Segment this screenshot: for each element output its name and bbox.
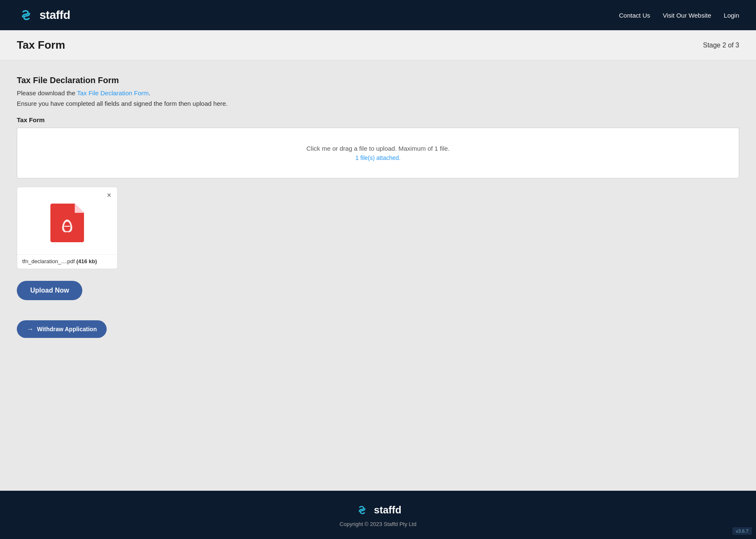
file-remove-button[interactable]: ×	[105, 191, 113, 200]
stage-label: Stage 2 of 3	[703, 42, 739, 49]
description-text: Please download the Tax File Declaration…	[17, 89, 739, 97]
description-prefix: Please download the	[17, 89, 77, 97]
dropzone-attached: 1 file(s) attached.	[26, 154, 730, 161]
upload-now-button[interactable]: Upload Now	[17, 281, 82, 300]
file-name: tfn_declaration_....pdf	[22, 258, 75, 264]
section-title: Tax File Declaration Form	[17, 76, 739, 85]
file-size: (416 kb)	[76, 258, 97, 264]
svg-point-1	[354, 502, 370, 518]
logo-text: staffd	[39, 8, 70, 22]
main-content: Tax File Declaration Form Please downloa…	[0, 60, 756, 491]
description-suffix: .	[149, 89, 150, 97]
footer-logo: staffd	[17, 502, 739, 518]
staffd-logo-icon	[17, 6, 35, 24]
page-title-bar: Tax Form Stage 2 of 3	[0, 30, 756, 60]
page-title: Tax Form	[17, 39, 65, 52]
file-preview	[17, 187, 117, 254]
instruction-text: Ensure you have completed all fields and…	[17, 100, 739, 107]
withdraw-icon: →	[27, 325, 34, 333]
file-info: tfn_declaration_....pdf (416 kb)	[17, 254, 117, 269]
file-drop-zone[interactable]: Click me or drag a file to upload. Maxim…	[17, 128, 739, 178]
header: staffd Contact Us Visit Our Website Logi…	[0, 0, 756, 30]
pdf-icon	[50, 204, 84, 242]
footer-logo-icon	[354, 502, 370, 518]
withdraw-label: Withdraw Application	[37, 326, 97, 332]
footer-logo-text: staffd	[374, 504, 401, 516]
file-card: × tfn_declaration_....pdf (416 kb)	[17, 187, 118, 269]
svg-point-0	[17, 6, 35, 24]
nav-links: Contact Us Visit Our Website Login	[619, 12, 739, 19]
withdraw-application-button[interactable]: → Withdraw Application	[17, 320, 107, 338]
footer: staffd Copyright © 2023 Staffd Pty Ltd	[0, 491, 756, 539]
version-badge: v3.6.7	[732, 527, 752, 535]
footer-copyright: Copyright © 2023 Staffd Pty Ltd	[17, 521, 739, 527]
logo: staffd	[17, 6, 70, 24]
field-label: Tax Form	[17, 116, 739, 123]
dropzone-text: Click me or drag a file to upload. Maxim…	[26, 145, 730, 152]
contact-us-link[interactable]: Contact Us	[619, 12, 650, 19]
file-preview-container: × tfn_declaration_....pdf (416 kb)	[17, 187, 739, 269]
tfn-form-link[interactable]: Tax File Declaration Form	[77, 89, 149, 97]
visit-website-link[interactable]: Visit Our Website	[663, 12, 711, 19]
login-link[interactable]: Login	[724, 12, 739, 19]
